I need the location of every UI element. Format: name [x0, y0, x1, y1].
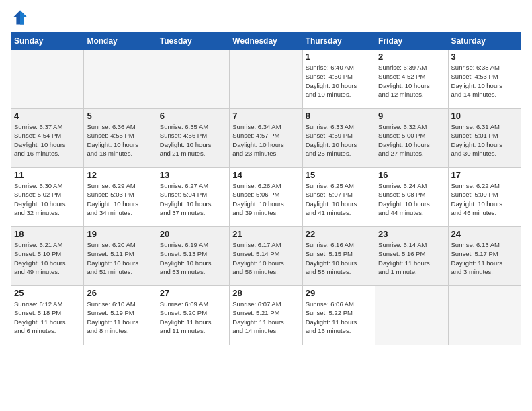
day-info: Sunrise: 6:39 AMSunset: 4:52 PMDaylight:… — [378, 63, 445, 99]
calendar-cell: 28Sunrise: 6:07 AMSunset: 5:21 PMDayligh… — [230, 286, 302, 345]
day-number: 11 — [14, 170, 81, 180]
calendar-cell: 24Sunrise: 6:13 AMSunset: 5:17 PMDayligh… — [448, 227, 521, 286]
day-number: 23 — [378, 229, 445, 239]
weekday-header-thursday: Thursday — [302, 33, 375, 50]
calendar-cell — [11, 50, 84, 109]
logo — [11, 8, 32, 27]
calendar-cell: 10Sunrise: 6:31 AMSunset: 5:01 PMDayligh… — [448, 109, 521, 168]
weekday-header-saturday: Saturday — [448, 33, 521, 50]
calendar-cell: 4Sunrise: 6:37 AMSunset: 4:54 PMDaylight… — [11, 109, 84, 168]
calendar-cell: 1Sunrise: 6:40 AMSunset: 4:50 PMDaylight… — [302, 50, 375, 109]
day-info: Sunrise: 6:07 AMSunset: 5:21 PMDaylight:… — [232, 300, 299, 335]
day-info: Sunrise: 6:22 AMSunset: 5:09 PMDaylight:… — [451, 181, 518, 217]
calendar-cell — [157, 50, 229, 109]
day-info: Sunrise: 6:25 AMSunset: 5:07 PMDaylight:… — [306, 181, 372, 217]
weekday-header-sunday: Sunday — [11, 33, 84, 50]
calendar-cell: 25Sunrise: 6:12 AMSunset: 5:18 PMDayligh… — [11, 286, 84, 345]
day-info: Sunrise: 6:35 AMSunset: 4:56 PMDaylight:… — [160, 122, 226, 158]
page-container: SundayMondayTuesdayWednesdayThursdayFrid… — [0, 0, 532, 411]
weekday-header-friday: Friday — [375, 33, 448, 50]
day-info: Sunrise: 6:19 AMSunset: 5:13 PMDaylight:… — [160, 240, 226, 276]
day-info: Sunrise: 6:24 AMSunset: 5:08 PMDaylight:… — [378, 181, 445, 217]
day-number: 3 — [451, 52, 518, 62]
day-number: 9 — [378, 111, 445, 121]
day-number: 17 — [451, 170, 518, 180]
day-number: 29 — [306, 288, 372, 298]
day-number: 8 — [306, 111, 372, 121]
day-number: 2 — [378, 52, 445, 62]
day-info: Sunrise: 6:17 AMSunset: 5:14 PMDaylight:… — [232, 240, 299, 276]
calendar-cell: 3Sunrise: 6:38 AMSunset: 4:53 PMDaylight… — [448, 50, 521, 109]
calendar-table: SundayMondayTuesdayWednesdayThursdayFrid… — [11, 32, 521, 345]
day-info: Sunrise: 6:10 AMSunset: 5:19 PMDaylight:… — [87, 300, 153, 335]
day-number: 16 — [378, 170, 445, 180]
day-info: Sunrise: 6:21 AMSunset: 5:10 PMDaylight:… — [14, 240, 81, 276]
day-info: Sunrise: 6:26 AMSunset: 5:06 PMDaylight:… — [232, 181, 299, 217]
day-number: 21 — [232, 229, 299, 239]
calendar-cell: 21Sunrise: 6:17 AMSunset: 5:14 PMDayligh… — [230, 227, 302, 286]
day-number: 13 — [160, 170, 226, 180]
calendar-week-row: 1Sunrise: 6:40 AMSunset: 4:50 PMDaylight… — [11, 50, 521, 109]
day-number: 15 — [306, 170, 372, 180]
day-info: Sunrise: 6:33 AMSunset: 4:59 PMDaylight:… — [306, 122, 372, 158]
day-number: 27 — [160, 288, 226, 298]
day-number: 10 — [451, 111, 518, 121]
calendar-cell: 9Sunrise: 6:32 AMSunset: 5:00 PMDaylight… — [375, 109, 448, 168]
calendar-cell: 20Sunrise: 6:19 AMSunset: 5:13 PMDayligh… — [157, 227, 229, 286]
day-info: Sunrise: 6:06 AMSunset: 5:22 PMDaylight:… — [306, 300, 372, 335]
calendar-cell: 7Sunrise: 6:34 AMSunset: 4:57 PMDaylight… — [230, 109, 302, 168]
day-number: 19 — [87, 229, 153, 239]
day-number: 20 — [160, 229, 226, 239]
calendar-cell: 12Sunrise: 6:29 AMSunset: 5:03 PMDayligh… — [84, 168, 157, 227]
day-number: 7 — [232, 111, 299, 121]
svg-marker-1 — [20, 11, 28, 25]
day-number: 12 — [87, 170, 153, 180]
day-number: 4 — [14, 111, 81, 121]
calendar-cell: 8Sunrise: 6:33 AMSunset: 4:59 PMDaylight… — [302, 109, 375, 168]
weekday-header-monday: Monday — [84, 33, 157, 50]
calendar-cell: 16Sunrise: 6:24 AMSunset: 5:08 PMDayligh… — [375, 168, 448, 227]
day-info: Sunrise: 6:30 AMSunset: 5:02 PMDaylight:… — [14, 181, 81, 217]
day-number: 26 — [87, 288, 153, 298]
day-info: Sunrise: 6:16 AMSunset: 5:15 PMDaylight:… — [306, 240, 372, 276]
day-number: 5 — [87, 111, 153, 121]
calendar-cell: 27Sunrise: 6:09 AMSunset: 5:20 PMDayligh… — [157, 286, 229, 345]
page-header — [11, 8, 521, 27]
calendar-week-row: 18Sunrise: 6:21 AMSunset: 5:10 PMDayligh… — [11, 227, 521, 286]
day-number: 1 — [306, 52, 372, 62]
logo-icon — [11, 8, 30, 27]
day-info: Sunrise: 6:38 AMSunset: 4:53 PMDaylight:… — [451, 63, 518, 99]
calendar-cell: 19Sunrise: 6:20 AMSunset: 5:11 PMDayligh… — [84, 227, 157, 286]
weekday-header-wednesday: Wednesday — [230, 33, 302, 50]
day-info: Sunrise: 6:12 AMSunset: 5:18 PMDaylight:… — [14, 300, 81, 335]
calendar-cell: 26Sunrise: 6:10 AMSunset: 5:19 PMDayligh… — [84, 286, 157, 345]
calendar-cell: 11Sunrise: 6:30 AMSunset: 5:02 PMDayligh… — [11, 168, 84, 227]
calendar-cell: 5Sunrise: 6:36 AMSunset: 4:55 PMDaylight… — [84, 109, 157, 168]
day-number: 18 — [14, 229, 81, 239]
calendar-week-row: 4Sunrise: 6:37 AMSunset: 4:54 PMDaylight… — [11, 109, 521, 168]
weekday-header-row: SundayMondayTuesdayWednesdayThursdayFrid… — [11, 33, 521, 50]
calendar-cell: 22Sunrise: 6:16 AMSunset: 5:15 PMDayligh… — [302, 227, 375, 286]
day-info: Sunrise: 6:31 AMSunset: 5:01 PMDaylight:… — [451, 122, 518, 158]
day-info: Sunrise: 6:40 AMSunset: 4:50 PMDaylight:… — [306, 63, 372, 99]
day-info: Sunrise: 6:27 AMSunset: 5:04 PMDaylight:… — [160, 181, 226, 217]
calendar-cell — [448, 286, 521, 345]
calendar-week-row: 25Sunrise: 6:12 AMSunset: 5:18 PMDayligh… — [11, 286, 521, 345]
calendar-cell: 29Sunrise: 6:06 AMSunset: 5:22 PMDayligh… — [302, 286, 375, 345]
day-number: 22 — [306, 229, 372, 239]
calendar-cell: 23Sunrise: 6:14 AMSunset: 5:16 PMDayligh… — [375, 227, 448, 286]
day-info: Sunrise: 6:09 AMSunset: 5:20 PMDaylight:… — [160, 300, 226, 335]
day-info: Sunrise: 6:37 AMSunset: 4:54 PMDaylight:… — [14, 122, 81, 158]
day-number: 28 — [232, 288, 299, 298]
day-info: Sunrise: 6:32 AMSunset: 5:00 PMDaylight:… — [378, 122, 445, 158]
day-info: Sunrise: 6:13 AMSunset: 5:17 PMDaylight:… — [451, 240, 518, 276]
calendar-cell — [84, 50, 157, 109]
day-number: 24 — [451, 229, 518, 239]
calendar-cell: 17Sunrise: 6:22 AMSunset: 5:09 PMDayligh… — [448, 168, 521, 227]
calendar-cell: 18Sunrise: 6:21 AMSunset: 5:10 PMDayligh… — [11, 227, 84, 286]
day-info: Sunrise: 6:36 AMSunset: 4:55 PMDaylight:… — [87, 122, 153, 158]
calendar-cell — [375, 286, 448, 345]
day-info: Sunrise: 6:34 AMSunset: 4:57 PMDaylight:… — [232, 122, 299, 158]
day-number: 14 — [232, 170, 299, 180]
day-info: Sunrise: 6:20 AMSunset: 5:11 PMDaylight:… — [87, 240, 153, 276]
